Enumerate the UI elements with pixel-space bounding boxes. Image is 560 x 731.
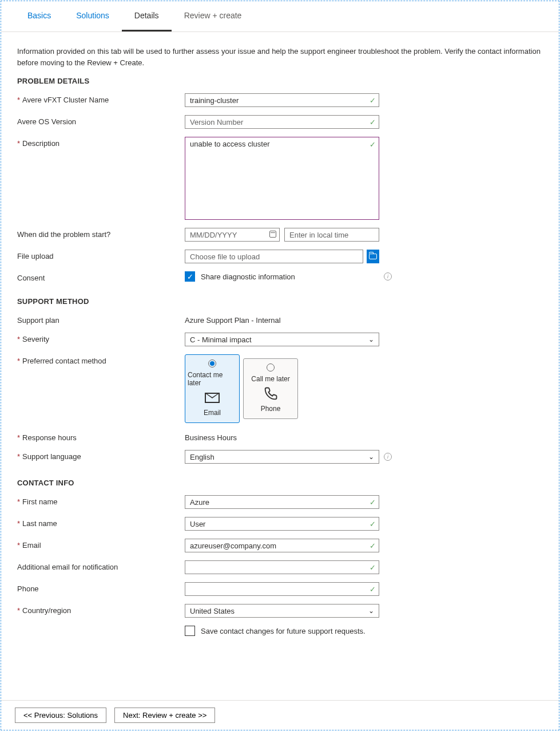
support-language-select[interactable]: English ⌄ (185, 450, 379, 464)
label-cluster-name: *Avere vFXT Cluster Name (17, 93, 185, 104)
consent-label: Share diagnostic information (201, 272, 295, 281)
description-input[interactable]: unable to access cluster (185, 137, 379, 220)
phone-input[interactable] (185, 582, 379, 596)
email-input[interactable] (185, 539, 379, 552)
severity-select[interactable]: C - Minimal impact ⌄ (185, 333, 379, 346)
file-upload-input[interactable]: Choose file to upload (185, 250, 363, 263)
page-frame: Basics Solutions Details Review + create… (1, 1, 559, 730)
problem-time-input[interactable] (284, 228, 379, 242)
phone-icon (263, 386, 279, 402)
label-os-version: Avere OS Version (17, 115, 185, 126)
cluster-name-input[interactable] (185, 93, 379, 107)
info-icon[interactable]: i (384, 453, 392, 461)
last-name-input[interactable] (185, 517, 379, 531)
file-browse-button[interactable] (367, 250, 379, 263)
chevron-down-icon: ⌄ (368, 607, 374, 615)
info-icon[interactable]: i (384, 272, 392, 280)
label-contact-method: *Preferred contact method (17, 354, 185, 365)
card-label: Contact me later (188, 371, 237, 387)
footer-bar: << Previous: Solutions Next: Review + cr… (1, 700, 559, 730)
os-version-input[interactable] (185, 115, 379, 129)
tab-bar: Basics Solutions Details Review + create (1, 1, 559, 32)
label-description: *Description (17, 137, 185, 148)
checkmark-icon: ✓ (187, 273, 193, 280)
chevron-down-icon: ⌄ (368, 335, 374, 343)
radio-icon (267, 363, 275, 372)
tab-solutions[interactable]: Solutions (63, 1, 122, 31)
label-additional-email: Additional email for notification (17, 560, 185, 571)
card-sublabel: Email (204, 409, 221, 417)
problem-date-input[interactable] (185, 228, 280, 242)
label-severity: *Severity (17, 333, 185, 343)
first-name-input[interactable] (185, 495, 379, 509)
response-hours-value: Business Hours (185, 431, 237, 442)
previous-button[interactable]: << Previous: Solutions (15, 708, 106, 723)
support-plan-value: Azure Support Plan - Internal (185, 314, 281, 325)
intro-text: Information provided on this tab will be… (17, 46, 543, 69)
section-problem-details: PROBLEM DETAILS (17, 77, 543, 85)
label-file-upload: File upload (17, 250, 185, 260)
contact-method-email-card[interactable]: Contact me later Email (185, 354, 240, 423)
radio-icon (208, 359, 216, 368)
additional-email-input[interactable] (185, 560, 379, 574)
chevron-down-icon: ⌄ (368, 453, 374, 461)
label-email: *Email (17, 539, 185, 550)
save-contact-label: Save contact changes for future support … (201, 627, 366, 635)
contact-method-phone-card[interactable]: Call me later Phone (243, 358, 298, 419)
card-sublabel: Phone (261, 405, 281, 413)
mail-icon (205, 393, 220, 403)
calendar-icon (269, 231, 276, 238)
next-button[interactable]: Next: Review + create >> (114, 708, 215, 723)
label-country: *Country/region (17, 604, 185, 615)
label-response-hours: *Response hours (17, 431, 185, 442)
tab-basics[interactable]: Basics (15, 1, 63, 31)
save-contact-checkbox[interactable] (185, 626, 195, 636)
label-last-name: *Last name (17, 517, 185, 528)
label-phone: Phone (17, 582, 185, 593)
label-consent: Consent (17, 271, 185, 282)
consent-checkbox[interactable]: ✓ (185, 271, 195, 282)
form-scroll-area[interactable]: Information provided on this tab will be… (1, 32, 559, 700)
tab-details[interactable]: Details (122, 1, 172, 31)
section-support-method: SUPPORT METHOD (17, 297, 543, 306)
country-select[interactable]: United States ⌄ (185, 604, 379, 618)
folder-icon (369, 254, 377, 259)
label-support-language: *Support language (17, 450, 185, 461)
label-first-name: *First name (17, 495, 185, 506)
tab-review[interactable]: Review + create (172, 1, 255, 31)
label-support-plan: Support plan (17, 314, 185, 325)
card-label: Call me later (251, 375, 289, 383)
section-contact-info: CONTACT INFO (17, 479, 543, 487)
label-when-start: When did the problem start? (17, 228, 185, 239)
